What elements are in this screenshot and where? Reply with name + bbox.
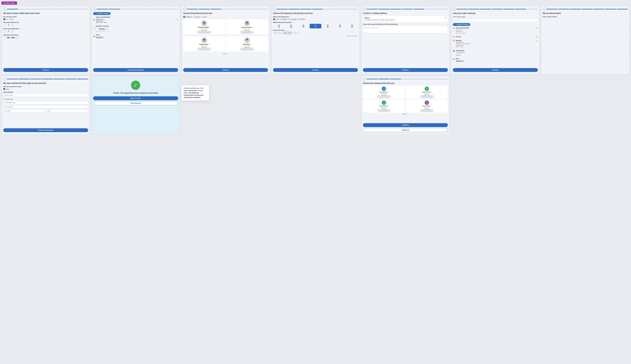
bedroom-stepper: − 2 + — [3, 24, 88, 26]
change-input[interactable] — [3, 94, 88, 97]
company-cleansweep[interactable]: S CleanSweep ✓ ★★★★★ Rate (4,8) Resumo p… — [406, 100, 448, 113]
screen6-continue-btn[interactable]: Continue — [453, 68, 538, 72]
company-stars-1: ★★★★★ — [381, 93, 387, 94]
nav-bar-5: ‹ — [363, 8, 448, 11]
back-button-7[interactable]: ‹ — [543, 8, 546, 11]
prof-card-2[interactable]: 👩 Francisca Souza ✓ ★★★★★ Rate (4,8) Pro… — [226, 19, 268, 34]
back-button-1[interactable]: ‹ — [3, 8, 6, 11]
progress-dots-6 — [456, 9, 538, 10]
bathroom-minus[interactable]: − — [3, 30, 6, 33]
address-edit-icon[interactable]: ✏️ — [445, 17, 447, 19]
gender-filter: ✓ Indifferent Woman Man — [183, 16, 268, 18]
prof-card-4[interactable]: 👨 João Paulo ✓ ★★★★★ Rate (4,8) Professi… — [226, 36, 268, 52]
company-clean-service[interactable]: V Clean Service ✓ ★★★★★ Rate (4,8) Profe… — [363, 86, 405, 99]
company-resume-btn-2[interactable]: Professional Resume — [420, 96, 433, 98]
bedroom-value: 2 — [7, 24, 10, 26]
prof-name-1: Ricardo Carvalho ✓ — [198, 26, 210, 28]
back-button-10[interactable]: ‹ — [363, 78, 366, 80]
bathroom-plus[interactable]: + — [11, 30, 14, 33]
price-section: 💵 Price 39,60 € — [93, 34, 178, 39]
freq-weekly[interactable]: Weekly — [280, 18, 287, 20]
screen-address: ‹ Confirm or change address Address ✏️ R… — [361, 6, 449, 74]
summary-home-edit[interactable]: ✏️ — [536, 27, 538, 29]
price-icon: 💵 — [93, 35, 95, 37]
pet-options: ✓ No Yes — [3, 18, 88, 20]
filter-indifferent[interactable]: ✓ Indifferent — [183, 16, 192, 18]
company-limpeza-geral[interactable]: G Limpeza Geral ✓ ★★★★★ Rate (4,8) Profe… — [406, 86, 448, 99]
screen10-indifferent-btn[interactable]: Indifferent — [363, 128, 448, 132]
date-26[interactable]: Oct26Thu — [297, 24, 309, 28]
date-27[interactable]: Oct27Fri — [310, 24, 322, 28]
date-29[interactable]: Out29Sun — [334, 24, 346, 28]
time-slot-3[interactable]: 10:00 - 10: — [293, 32, 300, 34]
date-25[interactable]: Oct25Wed — [285, 24, 297, 28]
filter-woman[interactable]: Woman — [193, 16, 201, 18]
prof-resume-btn-1[interactable]: Professional Resume — [198, 31, 211, 33]
nav-bar-1: ‹ — [3, 8, 88, 11]
radio-monthly — [298, 18, 299, 20]
date-24[interactable]: Oct24Tue — [273, 24, 285, 28]
credit-option[interactable]: Credit Card — [3, 98, 88, 100]
company-stars-3: ★★★★★ — [381, 107, 387, 108]
instructions-box[interactable]: Write your instructions — [363, 26, 448, 33]
screen3-continue-btn[interactable]: Continue — [183, 68, 268, 72]
prof-avatar-3: 👩 — [201, 37, 207, 43]
expiry-input[interactable] — [3, 109, 46, 113]
freq-monthly[interactable]: Monthly — [298, 18, 305, 20]
back-button-2[interactable]: ‹ — [93, 8, 96, 11]
prof-resume-btn-2[interactable]: Professional Resume — [240, 31, 254, 33]
home-specs-edit[interactable]: ✏️ — [176, 19, 178, 20]
screen2-confirm-btn[interactable]: Confirm and Continue — [93, 68, 178, 72]
duration-minus[interactable]: − — [96, 28, 98, 30]
filter-man[interactable]: Man — [202, 16, 207, 18]
freq-once[interactable]: ✓ Once — [273, 18, 279, 20]
duration-plus[interactable]: + — [106, 28, 109, 30]
bedroom-minus[interactable]: − — [3, 24, 6, 26]
company-resume-btn-3[interactable]: Resumo profissional — [378, 110, 390, 112]
radio-weekly — [280, 18, 282, 20]
size-plus[interactable]: + — [16, 36, 19, 39]
back-home-btn[interactable]: Back to Home — [93, 96, 178, 100]
back-button-8[interactable]: ‹ — [3, 78, 6, 80]
prof-stars-1: ★★★★★ — [201, 28, 208, 30]
summary-home-icon: 🏠 — [453, 27, 455, 29]
prof-card-1[interactable]: 👩 Ricardo Carvalho ✓ ★★★★★ Rate (4,8) Pr… — [183, 19, 225, 34]
pet-no[interactable]: ✓ No — [3, 18, 8, 20]
screen4-continue-btn[interactable]: Continue — [273, 68, 358, 72]
screen10-continue-btn[interactable]: Continue — [363, 123, 448, 127]
screen1-continue-btn[interactable]: Continue — [3, 68, 88, 72]
address-label: Address — [364, 17, 370, 19]
summary-booking-edit[interactable]: ✏️ — [536, 40, 538, 42]
view-requests-btn[interactable]: View Requests — [93, 101, 178, 105]
cardholder-input[interactable] — [3, 101, 88, 104]
time-slot-1[interactable]: 08:00 - 08:30 — [273, 32, 282, 34]
cvc-input[interactable] — [46, 109, 88, 113]
company-resume-btn-1[interactable]: Professional Resume — [377, 96, 391, 98]
nif-input[interactable]: Your NIF — [453, 18, 538, 22]
prof-avatar-2: 👩 — [244, 20, 250, 26]
back-button-5[interactable]: ‹ — [363, 8, 366, 11]
date-28[interactable]: Out28Sat — [322, 24, 334, 28]
freq-fortnightly[interactable]: Fortnightly — [288, 18, 297, 20]
prof-card-3[interactable]: 👩 Joana da Silva ✓ ★★★★★ Rate (4,8) Prof… — [183, 36, 225, 52]
prof-resume-btn-4[interactable]: Professional Resume — [240, 48, 254, 50]
company-resume-btn-4[interactable]: Resumo profissional — [420, 110, 433, 112]
back-button-6[interactable]: ‹ — [453, 8, 456, 11]
summary-hours-edit[interactable]: ✏️ — [536, 36, 538, 38]
time-slot-2[interactable]: 09:00 - 09:30 — [283, 32, 292, 34]
prof-stars-3: ★★★★★ — [201, 45, 208, 46]
company-name-1: Clean Service ✓ — [379, 92, 389, 93]
size-minus[interactable]: − — [3, 36, 6, 39]
service-chip[interactable]: ✓ Complete Cleaning — [93, 12, 111, 15]
prof-resume-btn-3[interactable]: Professional Resume — [198, 48, 211, 50]
back-button-4[interactable]: ‹ — [273, 8, 276, 11]
back-button-3[interactable]: ‹ — [183, 8, 186, 11]
card-number-input[interactable] — [3, 105, 88, 108]
date-30[interactable]: Ver30Mon — [346, 24, 358, 28]
bedroom-plus[interactable]: + — [11, 24, 14, 26]
pet-yes[interactable]: Yes — [9, 18, 14, 20]
company-crystal-clean[interactable]: C Crystal Clean ✓ ★★★★★ Rate (4,8) Resum… — [363, 100, 405, 113]
confirm-appointment-btn[interactable]: Confirm Appointment — [3, 128, 88, 132]
cash-option[interactable]: ✓ Cash — [3, 88, 88, 90]
screen5-continue-btn[interactable]: Continue — [363, 68, 448, 72]
